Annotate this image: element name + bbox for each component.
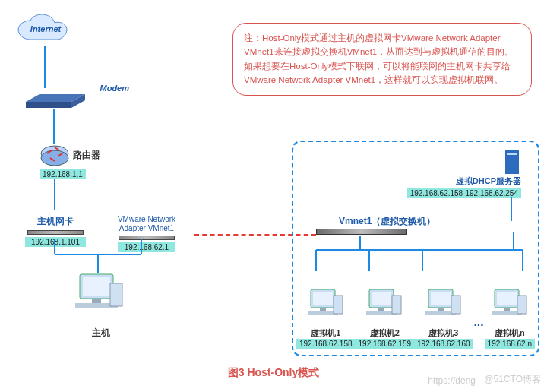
svg-rect-15 [507,153,517,155]
svg-rect-30 [378,308,384,311]
link-modem-router [53,109,55,144]
vm-item-2: 虚拟机2 192.168.62.159 [356,288,415,349]
host-nic2-label: VMware Network Adapter VMnet1 [104,215,189,233]
dhcp-group: 虚拟DHCP服务器 192.168.62.158-192.168.62.254 [299,148,532,198]
vm-item-n: 虚拟机n 192.168.62.n [485,288,535,349]
dhcp-label: 虚拟DHCP服务器 [456,175,521,187]
svg-rect-34 [431,292,451,305]
router-label: 路由器 [73,149,100,162]
svg-rect-32 [392,296,401,314]
watermark: @51CTO博客 [484,373,541,386]
svg-rect-29 [372,292,391,305]
host-pc-icon [75,273,124,323]
vm-item-3: 虚拟机3 192.168.62.160 [414,288,473,349]
svg-rect-42 [517,296,526,314]
host-nic1-icon [27,230,84,235]
svg-point-4 [41,150,68,166]
svg-rect-37 [451,296,460,314]
dhcp-range: 192.168.62.158-192.168.62.254 [407,188,521,198]
modem-label: Modem [100,84,130,93]
svg-rect-27 [334,296,343,314]
vm-frame: 虚拟DHCP服务器 192.168.62.158-192.168.62.254 … [292,141,539,356]
vm-row: 虚拟机1 192.168.62.158 虚拟机2 192.168.62.159 … [296,288,535,349]
pc-icon [425,288,462,324]
host-label: 主机 [8,327,194,340]
internet-label: Internet [15,24,76,33]
svg-rect-10 [83,277,110,296]
link-dhcp-switch [511,197,512,221]
watermark-left: https://deng [428,375,476,386]
vm-item-1: 虚拟机1 192.168.62.158 [296,288,356,349]
pc-icon [492,288,528,324]
svg-marker-1 [26,102,71,108]
vm-name: 虚拟机2 [356,327,415,339]
vm-ellipsis: ... [473,296,485,349]
svg-rect-24 [313,292,333,305]
vm-ip: 192.168.62.159 [356,339,415,349]
note-box: 注：Host-Only模式通过主机的虚拟网卡VMware Network Ada… [232,23,532,96]
svg-rect-11 [92,299,101,303]
link-router-host [54,179,55,210]
pc-icon [308,288,344,324]
host-nic1-label: 主机网卡 [13,215,98,228]
svg-rect-35 [438,308,444,311]
modem-icon [26,90,87,112]
vswitch-label: Vmnet1（虚拟交换机） [339,215,435,228]
vm-name: 虚拟机3 [414,327,473,339]
vm-ip: 192.168.62.160 [414,339,473,349]
router-ip: 192.168.1.1 [40,169,86,179]
router-icon [40,144,70,172]
svg-rect-39 [497,292,517,305]
host-frame: 主机网卡 192.168.1.101 VMware Network Adapte… [8,210,194,343]
internet-cloud: Internet [15,14,76,52]
link-internet-modem [44,46,46,88]
dhcp-icon [503,148,521,175]
svg-rect-13 [110,283,122,306]
vm-name: 虚拟机n [485,327,535,339]
svg-rect-40 [504,308,510,311]
vm-ip: 192.168.62.n [485,339,535,349]
vm-name: 虚拟机1 [296,327,356,339]
pc-icon [366,288,403,324]
vm-bus-lines [293,232,538,285]
vm-ip: 192.168.62.158 [296,339,356,349]
svg-rect-25 [320,308,326,311]
note-text: 注：Host-Only模式通过主机的虚拟网卡VMware Network Ada… [244,33,514,84]
